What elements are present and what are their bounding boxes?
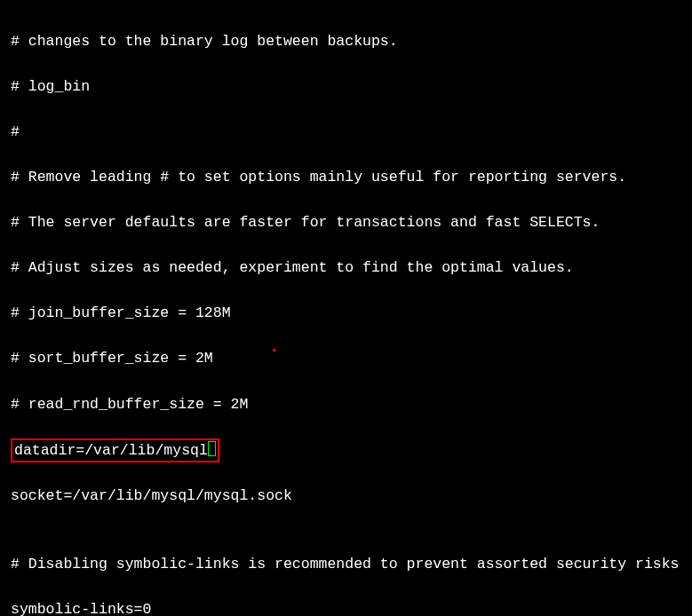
- comment-line: # changes to the binary log between back…: [11, 30, 681, 53]
- annotation-dot: [273, 349, 275, 351]
- comment-line: #: [11, 121, 681, 144]
- comment-line: # sort_buffer_size = 2M: [11, 347, 681, 370]
- cursor-icon: [208, 441, 216, 456]
- comment-line: # Disabling symbolic-links is recommende…: [11, 553, 681, 576]
- terminal-editor[interactable]: # changes to the binary log between back…: [11, 7, 681, 616]
- comment-line: # Adjust sizes as needed, experiment to …: [11, 257, 681, 280]
- datadir-config-line: datadir=/var/lib/mysql: [11, 438, 681, 462]
- datadir-value: datadir=/var/lib/mysql: [14, 442, 208, 459]
- socket-config-line: socket=/var/lib/mysql/mysql.sock: [11, 485, 681, 508]
- comment-line: # log_bin: [11, 75, 681, 99]
- symbolic-links-config-line: symbolic-links=0: [11, 598, 681, 616]
- comment-line: # join_buffer_size = 128M: [11, 302, 681, 325]
- comment-line: # The server defaults are faster for tra…: [11, 211, 681, 234]
- comment-line: # read_rnd_buffer_size = 2M: [11, 393, 681, 416]
- highlight-annotation: datadir=/var/lib/mysql: [11, 438, 219, 462]
- comment-line: # Remove leading # to set options mainly…: [11, 166, 681, 189]
